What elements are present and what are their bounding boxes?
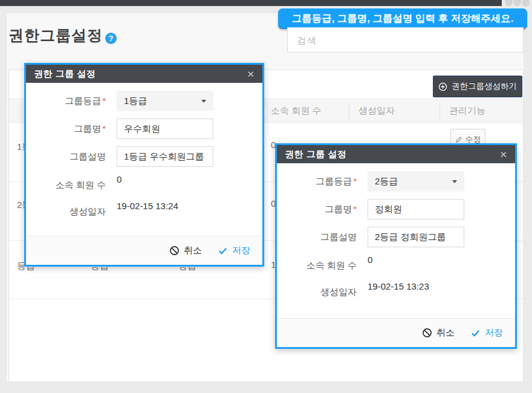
modal2-footer: 취소 저장 bbox=[277, 318, 515, 347]
close-icon[interactable]: ✕ bbox=[247, 70, 255, 79]
modal2-body: 그룹등급* 2등급 그룹명* 그룹설명 소속 회원 수 0 생성일자 19-0 bbox=[277, 163, 515, 318]
column-header-created: 생성일자 bbox=[358, 105, 395, 117]
column-divider bbox=[440, 104, 440, 119]
help-icon[interactable]: ? bbox=[105, 33, 117, 44]
modal2-header: 권한 그룹 설정 ✕ bbox=[277, 145, 515, 163]
search-input[interactable] bbox=[288, 28, 523, 52]
cancel-button-label: 취소 bbox=[436, 327, 455, 339]
modal1-header: 권한 그룹 설정 ✕ bbox=[26, 65, 262, 83]
modal1-body: 그룹등급* 1등급 그룹명* 그룹설명 소속 회원 수 0 생성일자 19-0 bbox=[26, 83, 262, 236]
grade-label: 그룹등급* bbox=[38, 96, 106, 107]
pencil-icon bbox=[455, 136, 462, 143]
check-icon bbox=[218, 245, 228, 256]
grade-select-value: 2등급 bbox=[375, 176, 398, 187]
name-label: 그룹명* bbox=[38, 123, 106, 135]
name-label: 그룹명* bbox=[289, 204, 357, 215]
save-button[interactable]: 저장 bbox=[218, 245, 250, 256]
desc-label: 그룹설명 bbox=[38, 151, 106, 163]
window-dot-icon bbox=[505, 0, 513, 6]
created-label: 생성일자 bbox=[38, 201, 106, 218]
group-name-input[interactable] bbox=[117, 119, 213, 139]
group-desc-input[interactable] bbox=[117, 146, 213, 167]
tooltip-callout: 그룹등급, 그룹명, 그룹설명 입력 후 저장해주세요. bbox=[278, 8, 527, 29]
top-bar bbox=[0, 0, 502, 6]
grade-label: 그룹등급* bbox=[289, 176, 357, 187]
grade-select[interactable]: 2등급 bbox=[368, 171, 464, 192]
column-header-members: 소속 회원 수 bbox=[271, 105, 321, 117]
column-header-actions: 관리기능 bbox=[449, 105, 485, 117]
permission-group-modal-2: 권한 그룹 설정 ✕ 그룹등급* 2등급 그룹명* 그룹설명 소속 회원 수 bbox=[275, 143, 517, 349]
column-divider bbox=[349, 104, 349, 119]
grade-select-value: 1등급 bbox=[124, 96, 147, 107]
group-name-input[interactable] bbox=[368, 199, 464, 219]
chevron-down-icon bbox=[452, 180, 457, 183]
create-group-button-label: 권한그룹생성하기 bbox=[452, 81, 517, 92]
required-asterisk: * bbox=[353, 176, 357, 186]
modal2-title: 권한 그룹 설정 bbox=[285, 149, 346, 160]
create-group-button[interactable]: 권한그룹생성하기 bbox=[433, 76, 522, 97]
created-label: 생성일자 bbox=[289, 281, 357, 298]
required-asterisk: * bbox=[102, 96, 106, 106]
ban-icon bbox=[422, 328, 432, 338]
modal1-title: 권한 그룹 설정 bbox=[34, 68, 96, 80]
chevron-down-icon bbox=[201, 100, 206, 103]
page-root: 권한그룹설정 ? 그룹등급, 그룹명, 그룹설명 입력 후 저장해주세요. 권한… bbox=[0, 0, 532, 393]
permission-group-modal-1: 권한 그룹 설정 ✕ 그룹등급* 1등급 그룹명* 그룹설명 소속 회원 수 bbox=[24, 63, 264, 267]
cancel-button[interactable]: 취소 bbox=[422, 327, 455, 339]
members-value: 0 bbox=[368, 255, 464, 265]
cancel-button-label: 취소 bbox=[184, 245, 202, 256]
check-icon bbox=[470, 328, 481, 338]
modal1-footer: 취소 저장 bbox=[26, 236, 262, 265]
required-asterisk: * bbox=[102, 123, 106, 134]
save-button-label: 저장 bbox=[485, 327, 503, 339]
members-value: 0 bbox=[117, 174, 213, 184]
created-value: 19-02-15 13:23 bbox=[368, 281, 464, 291]
save-button-label: 저장 bbox=[232, 245, 250, 256]
window-dot-icon bbox=[513, 0, 521, 6]
members-label: 소속 회원 수 bbox=[289, 255, 357, 271]
close-icon[interactable]: ✕ bbox=[499, 150, 507, 159]
required-asterisk: * bbox=[353, 204, 357, 214]
save-button[interactable]: 저장 bbox=[470, 327, 503, 339]
plus-circle-icon bbox=[438, 82, 447, 91]
members-label: 소속 회원 수 bbox=[38, 174, 106, 191]
grade-select[interactable]: 1등급 bbox=[117, 91, 213, 111]
desc-label: 그룹설명 bbox=[289, 232, 357, 243]
page-title: 권한그룹설정 bbox=[8, 25, 103, 45]
created-value: 19-02-15 13:24 bbox=[117, 201, 213, 211]
search-box bbox=[287, 27, 524, 53]
ban-icon bbox=[169, 245, 180, 256]
window-dot-icon bbox=[522, 0, 530, 7]
cancel-button[interactable]: 취소 bbox=[169, 245, 202, 256]
group-desc-input[interactable] bbox=[368, 227, 464, 247]
